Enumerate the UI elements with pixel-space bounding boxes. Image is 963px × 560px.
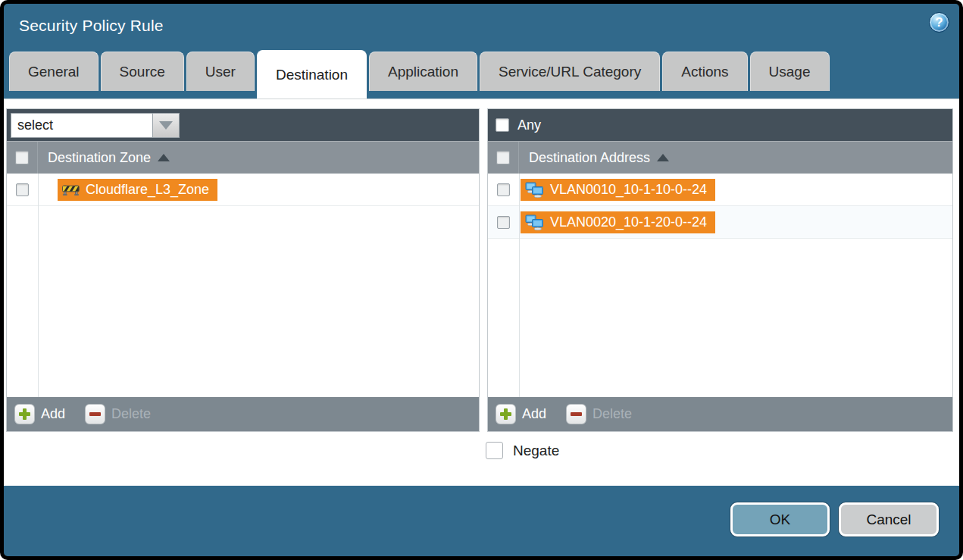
address-icon bbox=[525, 182, 544, 198]
zone-select-input[interactable] bbox=[11, 113, 152, 138]
any-wrap: Any bbox=[492, 117, 541, 133]
select-all-col bbox=[7, 142, 38, 174]
delete-address-button[interactable]: Delete bbox=[566, 404, 632, 424]
row-checkbox-col bbox=[488, 206, 519, 239]
address-rows: VLAN0010_10-1-10-0--24VLAN0020_10-1-20-0… bbox=[488, 174, 952, 397]
dialog-frame: Security Policy Rule ? GeneralSourceUser… bbox=[0, 0, 963, 560]
sort-asc-icon[interactable] bbox=[158, 154, 170, 161]
tab-bar: GeneralSourceUserDestinationApplicationS… bbox=[9, 46, 954, 99]
zone-select-combo bbox=[11, 113, 180, 138]
zone-toolbar: Add Delete bbox=[7, 397, 479, 431]
tab-service-url-category[interactable]: Service/URL Category bbox=[480, 52, 660, 91]
table-row: VLAN0020_10-1-20-0--24 bbox=[488, 206, 952, 239]
help-icon[interactable]: ? bbox=[929, 12, 949, 33]
row-label: VLAN0010_10-1-10-0--24 bbox=[550, 182, 707, 198]
address-panel-header: Any bbox=[488, 109, 952, 141]
minus-icon bbox=[566, 404, 586, 424]
add-address-button[interactable]: Add bbox=[496, 404, 546, 424]
tab-general[interactable]: General bbox=[9, 52, 98, 91]
address-chip[interactable]: VLAN0020_10-1-20-0--24 bbox=[521, 211, 715, 233]
delete-label: Delete bbox=[111, 406, 151, 422]
row-checkbox[interactable] bbox=[16, 183, 29, 196]
cancel-button[interactable]: Cancel bbox=[839, 502, 939, 537]
delete-label: Delete bbox=[592, 406, 632, 422]
security-policy-rule-dialog: Security Policy Rule ? GeneralSourceUser… bbox=[4, 4, 959, 556]
dialog-title: Security Policy Rule bbox=[19, 17, 164, 35]
zone-select-dropdown-button[interactable] bbox=[152, 113, 180, 138]
row-checkbox[interactable] bbox=[497, 216, 510, 229]
tab-destination[interactable]: Destination bbox=[257, 50, 367, 99]
add-label: Add bbox=[41, 406, 65, 422]
address-toolbar: Add Delete bbox=[488, 397, 952, 431]
minus-icon bbox=[85, 404, 105, 424]
tab-actions[interactable]: Actions bbox=[662, 52, 747, 91]
row-label: VLAN0020_10-1-20-0--24 bbox=[550, 214, 707, 230]
row-checkbox-col bbox=[7, 174, 38, 206]
ok-button[interactable]: OK bbox=[730, 502, 830, 537]
zone-chip[interactable]: Cloudflare_L3_Zone bbox=[58, 179, 217, 201]
any-label: Any bbox=[517, 117, 541, 133]
address-column-header[interactable]: Destination Address bbox=[519, 150, 650, 166]
sort-asc-icon[interactable] bbox=[657, 154, 669, 161]
add-label: Add bbox=[522, 406, 546, 422]
dialog-footer: OK Cancel bbox=[4, 486, 959, 556]
row-checkbox[interactable] bbox=[497, 183, 510, 196]
tab-usage[interactable]: Usage bbox=[750, 52, 830, 91]
tab-application[interactable]: Application bbox=[369, 52, 477, 91]
zone-column-header[interactable]: Destination Zone bbox=[38, 150, 151, 166]
address-chip[interactable]: VLAN0010_10-1-10-0--24 bbox=[521, 179, 715, 201]
zone-panel-header bbox=[7, 109, 479, 141]
tab-source[interactable]: Source bbox=[101, 52, 184, 91]
select-all-col bbox=[488, 142, 519, 174]
plus-icon bbox=[14, 404, 35, 424]
address-select-all-checkbox[interactable] bbox=[496, 151, 510, 164]
zone-table-header: Destination Zone bbox=[7, 141, 479, 174]
tab-user[interactable]: User bbox=[186, 52, 255, 91]
table-row: Cloudflare_L3_Zone bbox=[7, 174, 479, 206]
table-row: VLAN0010_10-1-10-0--24 bbox=[488, 174, 952, 206]
zone-icon bbox=[62, 183, 80, 196]
destination-zone-panel: Destination Zone Cloudflare_L3_Zone Add … bbox=[7, 109, 479, 431]
any-checkbox[interactable] bbox=[496, 118, 509, 132]
zone-rows: Cloudflare_L3_Zone bbox=[7, 174, 479, 397]
zone-select-all-checkbox[interactable] bbox=[15, 151, 29, 164]
negate-label: Negate bbox=[513, 443, 559, 459]
row-label: Cloudflare_L3_Zone bbox=[86, 182, 209, 198]
dialog-content: Destination Zone Cloudflare_L3_Zone Add … bbox=[4, 99, 959, 486]
destination-address-panel: Any Destination Address VLAN0010_10-1-10… bbox=[488, 109, 952, 431]
address-table-header: Destination Address bbox=[488, 141, 952, 174]
add-zone-button[interactable]: Add bbox=[14, 404, 65, 424]
plus-icon bbox=[496, 404, 516, 424]
row-checkbox-col bbox=[488, 174, 519, 206]
titlebar: Security Policy Rule bbox=[4, 4, 959, 47]
address-icon bbox=[525, 214, 544, 230]
negate-checkbox[interactable] bbox=[486, 442, 503, 459]
negate-row: Negate bbox=[486, 442, 559, 459]
chevron-down-icon bbox=[159, 121, 173, 130]
delete-zone-button[interactable]: Delete bbox=[85, 404, 151, 424]
